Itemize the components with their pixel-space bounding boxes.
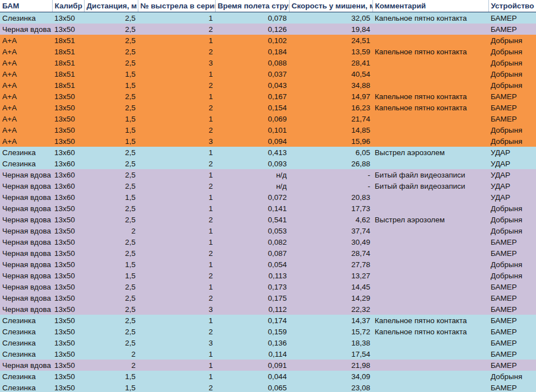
cell[interactable]: 2 <box>138 292 215 304</box>
cell[interactable]: 40,54 <box>289 68 372 80</box>
cell[interactable] <box>372 80 488 91</box>
cell[interactable]: Черная вдова <box>0 248 52 259</box>
cell[interactable]: 0,112 <box>215 304 289 315</box>
cell[interactable]: 3 <box>138 304 215 315</box>
cell[interactable]: 13x50 <box>52 113 84 124</box>
cell[interactable]: Черная вдова <box>0 360 52 371</box>
cell[interactable] <box>372 68 488 80</box>
cell[interactable]: 0,088 <box>215 57 289 68</box>
cell[interactable]: А+А <box>0 46 52 57</box>
cell[interactable]: Черная вдова <box>0 214 52 225</box>
cell[interactable]: 13x50 <box>52 270 84 281</box>
cell[interactable]: Черная вдова <box>0 304 52 315</box>
cell[interactable]: 2,5 <box>84 214 138 225</box>
cell[interactable]: 13x50 <box>52 382 84 392</box>
cell[interactable]: 1 <box>138 225 215 236</box>
cell[interactable]: 1 <box>138 147 215 158</box>
cell[interactable]: Черная вдова <box>0 203 52 214</box>
cell[interactable]: 13x60 <box>52 158 84 169</box>
cell[interactable]: 17,54 <box>289 348 372 360</box>
cell[interactable]: Добрыня <box>488 136 536 147</box>
cell[interactable]: Черная вдова <box>0 225 52 236</box>
cell[interactable]: Черная вдова <box>0 180 52 192</box>
cell[interactable]: 1,5 <box>84 136 138 147</box>
cell[interactable]: Капельное пятно контакта <box>372 12 488 24</box>
cell[interactable]: 13x50 <box>52 348 84 360</box>
cell[interactable]: 1 <box>138 348 215 360</box>
cell[interactable]: 2 <box>138 158 215 169</box>
cell[interactable]: 1 <box>138 236 215 248</box>
cell[interactable]: 1 <box>138 113 215 124</box>
cell[interactable]: 13x50 <box>52 281 84 292</box>
cell[interactable]: 2,5 <box>84 12 138 24</box>
cell[interactable]: УДАР <box>488 192 536 203</box>
cell[interactable]: 14,29 <box>289 292 372 304</box>
cell[interactable]: 13x50 <box>52 24 84 35</box>
cell[interactable]: А+А <box>0 35 52 46</box>
cell[interactable]: 2 <box>138 326 215 337</box>
cell[interactable]: 2 <box>138 382 215 392</box>
column-header[interactable]: № выстрела в серии <box>138 0 215 12</box>
cell[interactable] <box>372 192 488 203</box>
cell[interactable]: Выстрел аэрозолем <box>372 214 488 225</box>
cell[interactable]: - <box>289 169 372 180</box>
cell[interactable]: 28,41 <box>289 57 372 68</box>
cell[interactable]: 13x60 <box>52 180 84 192</box>
column-header[interactable]: Скорость у мишени, м/с <box>289 0 372 12</box>
cell[interactable]: 34,88 <box>289 80 372 91</box>
cell[interactable]: 2 <box>138 270 215 281</box>
cell[interactable]: 2,5 <box>84 292 138 304</box>
cell[interactable]: 13x50 <box>52 326 84 337</box>
cell[interactable]: 13x50 <box>52 259 84 270</box>
cell[interactable] <box>372 337 488 348</box>
cell[interactable]: Черная вдова <box>0 24 52 35</box>
cell[interactable]: Капельное пятно контакта <box>372 91 488 102</box>
cell[interactable]: 0,054 <box>215 259 289 270</box>
cell[interactable]: 2 <box>138 248 215 259</box>
cell[interactable]: 1,5 <box>84 68 138 80</box>
cell[interactable]: 2 <box>84 348 138 360</box>
cell[interactable]: 3 <box>138 337 215 348</box>
cell[interactable] <box>372 225 488 236</box>
cell[interactable]: Битый файл видеозаписи <box>372 180 488 192</box>
cell[interactable]: 13x50 <box>52 315 84 326</box>
cell[interactable]: 0,114 <box>215 348 289 360</box>
cell[interactable]: 0,541 <box>215 214 289 225</box>
cell[interactable]: 18x51 <box>52 80 84 91</box>
cell[interactable]: 2,5 <box>84 158 138 169</box>
cell[interactable]: 13x50 <box>52 236 84 248</box>
cell[interactable]: Битый файл видеозаписи <box>372 169 488 180</box>
cell[interactable]: 0,091 <box>215 360 289 371</box>
cell[interactable]: 18x51 <box>52 57 84 68</box>
cell[interactable]: 13x50 <box>52 304 84 315</box>
cell[interactable]: 0,069 <box>215 113 289 124</box>
cell[interactable]: 1 <box>138 281 215 292</box>
cell[interactable]: 15,96 <box>289 136 372 147</box>
cell[interactable]: 18x51 <box>52 46 84 57</box>
cell[interactable]: н/д <box>215 169 289 180</box>
cell[interactable]: Слезинка <box>0 337 52 348</box>
cell[interactable]: Добрыня <box>488 203 536 214</box>
cell[interactable]: 13x50 <box>52 292 84 304</box>
cell[interactable]: 26,88 <box>289 158 372 169</box>
cell[interactable] <box>372 203 488 214</box>
cell[interactable]: Черная вдова <box>0 270 52 281</box>
cell[interactable]: Добрыня <box>488 80 536 91</box>
cell[interactable]: 0,413 <box>215 147 289 158</box>
cell[interactable]: 0,078 <box>215 12 289 24</box>
cell[interactable]: Выстрел аэрозолем <box>372 147 488 158</box>
cell[interactable]: Добрыня <box>488 35 536 46</box>
cell[interactable]: А+А <box>0 124 52 136</box>
cell[interactable] <box>372 281 488 292</box>
cell[interactable]: БАМЕР <box>488 337 536 348</box>
cell[interactable]: Черная вдова <box>0 281 52 292</box>
cell[interactable]: 0,141 <box>215 203 289 214</box>
cell[interactable]: 0,093 <box>215 158 289 169</box>
cell[interactable]: 2,5 <box>84 46 138 57</box>
cell[interactable]: 13x60 <box>52 192 84 203</box>
cell[interactable]: 1 <box>138 12 215 24</box>
cell[interactable]: Добрыня <box>488 46 536 57</box>
cell[interactable]: Слезинка <box>0 371 52 382</box>
cell[interactable]: 0,159 <box>215 326 289 337</box>
cell[interactable]: 1,5 <box>84 270 138 281</box>
